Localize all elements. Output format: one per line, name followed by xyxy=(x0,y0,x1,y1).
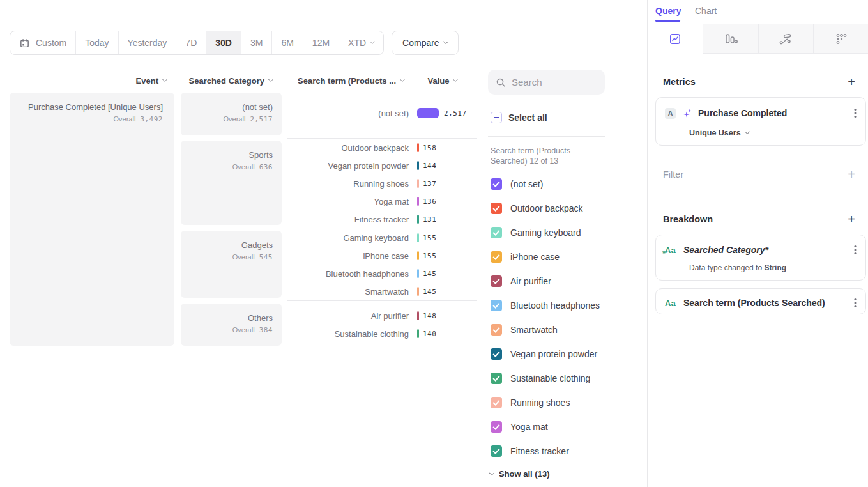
term-row[interactable]: Fitness tracker131 xyxy=(287,210,479,228)
term-row[interactable]: (not set)2,517 xyxy=(287,104,479,122)
tab-retention[interactable] xyxy=(813,24,868,54)
legend-item[interactable]: Sustainable clothing xyxy=(491,366,590,390)
filter-section-header: Filter + xyxy=(663,168,855,181)
term-row[interactable]: Smartwatch145 xyxy=(287,282,479,300)
legend-item[interactable]: Smartwatch xyxy=(491,318,558,342)
date-range-7d[interactable]: 7D xyxy=(176,31,206,54)
term-value: 158 xyxy=(423,144,436,152)
legend-checkbox[interactable] xyxy=(491,373,502,384)
value-bar xyxy=(417,108,439,118)
compare-label: Compare xyxy=(402,38,439,48)
term-row[interactable]: Gaming keyboard155 xyxy=(287,229,479,247)
date-range-custom[interactable]: Custom xyxy=(10,31,75,54)
chevron-down-icon xyxy=(443,39,448,44)
legend-checkbox[interactable] xyxy=(491,445,502,457)
legend-item[interactable]: Yoga mat xyxy=(491,415,548,439)
select-all-label: Select all xyxy=(508,112,547,123)
term-row[interactable]: Sustainable clothing140 xyxy=(287,325,479,343)
legend-checkbox[interactable] xyxy=(491,421,502,433)
legend-item[interactable]: Running shoes xyxy=(491,390,570,415)
column-header-value[interactable]: Value xyxy=(417,75,468,86)
category-cell[interactable]: OthersOverall384 xyxy=(181,304,282,346)
show-all-button[interactable]: Show all (13) xyxy=(490,465,549,483)
legend-item[interactable]: Vegan protein powder xyxy=(491,342,597,366)
add-breakdown-button[interactable]: + xyxy=(848,213,855,226)
select-all-row[interactable]: Select all xyxy=(491,109,547,127)
legend-item[interactable]: Gaming keyboard xyxy=(491,220,581,245)
search-input[interactable] xyxy=(512,77,595,88)
legend-panel: Select all Search term (Products Searche… xyxy=(482,0,647,487)
date-range-12m[interactable]: 12M xyxy=(303,31,339,54)
legend-item[interactable]: Bluetooth headphones xyxy=(491,293,600,318)
breakdown-card-searched-category[interactable]: Aa* Searched Category* Data type changed… xyxy=(655,235,866,281)
compare-button[interactable]: Compare xyxy=(392,31,459,55)
term-row[interactable]: Bluetooth headphones145 xyxy=(287,265,479,282)
legend-checkbox[interactable] xyxy=(491,227,502,238)
measurement-dropdown[interactable]: Unique Users xyxy=(689,128,749,137)
chevron-down-icon xyxy=(489,470,494,475)
legend-checkbox[interactable] xyxy=(491,203,502,214)
tab-funnels[interactable] xyxy=(703,24,758,54)
legend-checkbox[interactable] xyxy=(491,324,502,336)
legend-checkbox[interactable] xyxy=(491,348,502,360)
filter-heading: Filter xyxy=(663,169,683,180)
kebab-menu-icon[interactable] xyxy=(853,244,858,256)
tab-insights[interactable] xyxy=(648,24,703,54)
legend-checkbox[interactable] xyxy=(491,275,502,287)
tab-query[interactable]: Query xyxy=(655,6,681,16)
term-value: 2,517 xyxy=(444,109,467,118)
term-label: iPhone case xyxy=(287,251,409,261)
date-range-6m[interactable]: 6M xyxy=(271,31,302,54)
overall-label: Overall xyxy=(114,115,136,123)
date-range-today[interactable]: Today xyxy=(75,31,118,54)
date-range-yesterday[interactable]: Yesterday xyxy=(118,31,176,54)
chevron-down-icon xyxy=(400,77,405,82)
legend-checkbox[interactable] xyxy=(491,300,502,311)
date-range-xtd[interactable]: XTD xyxy=(339,31,383,54)
term-row[interactable]: Air purifier148 xyxy=(287,307,479,325)
tab-flows[interactable] xyxy=(758,24,814,54)
date-range-30d[interactable]: 30D xyxy=(206,31,241,54)
term-value: 155 xyxy=(423,252,436,260)
kebab-menu-icon[interactable] xyxy=(853,107,858,120)
column-header-event[interactable]: Event xyxy=(10,75,167,86)
legend-item[interactable]: iPhone case xyxy=(491,245,560,269)
report-type-tabs xyxy=(648,24,868,54)
term-row[interactable]: Vegan protein powder144 xyxy=(287,157,479,174)
kebab-menu-icon[interactable] xyxy=(853,297,858,309)
event-cell[interactable]: Purchase Completed [Unique Users] Overal… xyxy=(10,93,174,346)
query-panel: Query Chart xyxy=(647,0,868,487)
legend-item[interactable]: Fitness tracker xyxy=(491,439,569,463)
select-all-checkbox[interactable] xyxy=(491,112,502,123)
date-range-3m[interactable]: 3M xyxy=(241,31,271,54)
legend-checkbox[interactable] xyxy=(491,251,502,263)
term-label: Smartwatch xyxy=(287,287,409,297)
add-filter-button[interactable]: + xyxy=(848,168,855,181)
category-cell[interactable]: (not set)Overall2,517 xyxy=(181,93,282,135)
term-row[interactable]: iPhone case155 xyxy=(287,247,479,265)
legend-item[interactable]: (not set) xyxy=(491,172,543,196)
legend-item[interactable]: Outdoor backpack xyxy=(491,196,583,220)
category-name: Gadgets xyxy=(181,240,273,250)
category-cell[interactable]: SportsOverall636 xyxy=(181,141,282,225)
legend-item[interactable]: Air purifier xyxy=(491,269,551,293)
tab-chart[interactable]: Chart xyxy=(695,6,717,16)
metric-card[interactable]: A Purchase Completed Unique Users xyxy=(655,97,866,146)
term-row[interactable]: Yoga mat136 xyxy=(287,192,479,210)
category-cell[interactable]: GadgetsOverall545 xyxy=(181,231,282,298)
column-header-category[interactable]: Searched Category xyxy=(181,75,273,86)
column-header-term[interactable]: Search term (Products ... xyxy=(287,75,404,86)
legend-checkbox[interactable] xyxy=(491,178,502,190)
string-property-icon: Aa xyxy=(665,298,678,308)
breakdown-property-name: Searched Category* xyxy=(683,245,847,255)
term-value: 140 xyxy=(423,330,436,338)
value-bar xyxy=(417,215,419,224)
chevron-down-icon xyxy=(370,39,375,44)
breakdown-card-search-term[interactable]: Aa Search term (Products Searched) xyxy=(655,288,866,314)
category-name: Sports xyxy=(181,150,273,160)
legend-checkbox[interactable] xyxy=(491,397,502,408)
term-row[interactable]: Running shoes137 xyxy=(287,174,479,192)
add-metric-button[interactable]: + xyxy=(848,75,855,88)
term-row[interactable]: Outdoor backpack158 xyxy=(287,139,479,157)
date-range-group: CustomTodayYesterday7D30D3M6M12MXTD xyxy=(10,31,384,55)
